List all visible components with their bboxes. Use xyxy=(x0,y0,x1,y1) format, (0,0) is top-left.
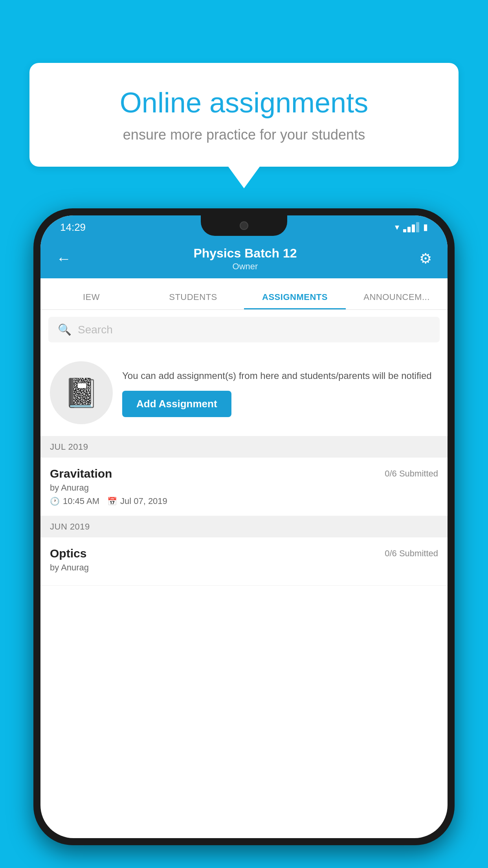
assignment-by-optics: by Anurag xyxy=(50,563,438,573)
tab-announcements[interactable]: ANNOUNCEM... xyxy=(346,292,448,309)
tab-bar: IEW STUDENTS ASSIGNMENTS ANNOUNCEM... xyxy=(40,278,448,310)
assignment-submitted-optics: 0/6 Submitted xyxy=(385,548,438,559)
search-container: 🔍 Search xyxy=(40,310,448,349)
assignment-by-gravitation: by Anurag xyxy=(50,483,438,493)
section-header-jul: JUL 2019 xyxy=(40,436,448,458)
assignment-time-text: 10:45 AM xyxy=(63,496,99,506)
notebook-icon: 📓 xyxy=(64,376,99,410)
calendar-icon: 📅 xyxy=(107,497,117,506)
add-assignment-button[interactable]: Add Assignment xyxy=(122,391,231,417)
promo-content: You can add assignment(s) from here and … xyxy=(122,369,438,417)
wifi-icon: ▾ xyxy=(395,222,399,232)
app-bar: ← Physics Batch 12 Owner ⚙ xyxy=(40,239,448,278)
clock-icon: 🕐 xyxy=(50,497,60,506)
app-bar-title: Physics Batch 12 xyxy=(75,246,415,261)
promo-section: 📓 You can add assignment(s) from here an… xyxy=(40,349,448,436)
phone-screen: 14:29 ▾ ▮ ← Physics Batch 12 Owner xyxy=(40,215,448,838)
assignment-row-top: Gravitation 0/6 Submitted xyxy=(50,467,438,480)
assignment-name-optics: Optics xyxy=(50,547,86,560)
settings-icon[interactable]: ⚙ xyxy=(415,246,436,271)
status-time: 14:29 xyxy=(60,221,86,234)
speech-bubble: Online assignments ensure more practice … xyxy=(29,63,459,167)
promo-text: You can add assignment(s) from here and … xyxy=(122,369,438,383)
tab-assignments[interactable]: ASSIGNMENTS xyxy=(244,292,346,309)
speech-bubble-container: Online assignments ensure more practice … xyxy=(29,63,459,188)
search-bar[interactable]: 🔍 Search xyxy=(48,317,440,342)
signal-icon xyxy=(403,222,419,232)
assignment-item-optics[interactable]: Optics 0/6 Submitted by Anurag xyxy=(40,537,448,586)
speech-bubble-subtitle: ensure more practice for your students xyxy=(57,127,431,143)
tab-iew[interactable]: IEW xyxy=(40,292,142,309)
section-header-jun: JUN 2019 xyxy=(40,516,448,537)
phone-frame: 14:29 ▾ ▮ ← Physics Batch 12 Owner xyxy=(33,208,455,845)
assignment-time-gravitation: 🕐 10:45 AM xyxy=(50,496,99,506)
front-camera xyxy=(240,221,248,230)
app-bar-subtitle: Owner xyxy=(75,261,415,272)
phone-notch xyxy=(201,215,287,236)
app-bar-title-section: Physics Batch 12 Owner xyxy=(75,246,415,272)
assignment-row-top-optics: Optics 0/6 Submitted xyxy=(50,547,438,560)
assignment-date-text: Jul 07, 2019 xyxy=(120,496,167,506)
tab-students[interactable]: STUDENTS xyxy=(142,292,244,309)
assignment-date-gravitation: 📅 Jul 07, 2019 xyxy=(107,496,167,506)
search-icon: 🔍 xyxy=(58,323,72,336)
battery-icon: ▮ xyxy=(423,222,428,232)
assignment-meta-gravitation: 🕐 10:45 AM 📅 Jul 07, 2019 xyxy=(50,496,438,506)
assignment-submitted-gravitation: 0/6 Submitted xyxy=(385,469,438,479)
speech-bubble-title: Online assignments xyxy=(57,86,431,119)
back-button[interactable]: ← xyxy=(52,246,75,271)
assignment-name-gravitation: Gravitation xyxy=(50,467,112,480)
assignment-item-gravitation[interactable]: Gravitation 0/6 Submitted by Anurag 🕐 10… xyxy=(40,458,448,516)
speech-bubble-tail xyxy=(228,167,260,188)
promo-icon-circle: 📓 xyxy=(50,361,113,424)
search-placeholder: Search xyxy=(78,324,113,336)
status-icons: ▾ ▮ xyxy=(395,222,428,232)
